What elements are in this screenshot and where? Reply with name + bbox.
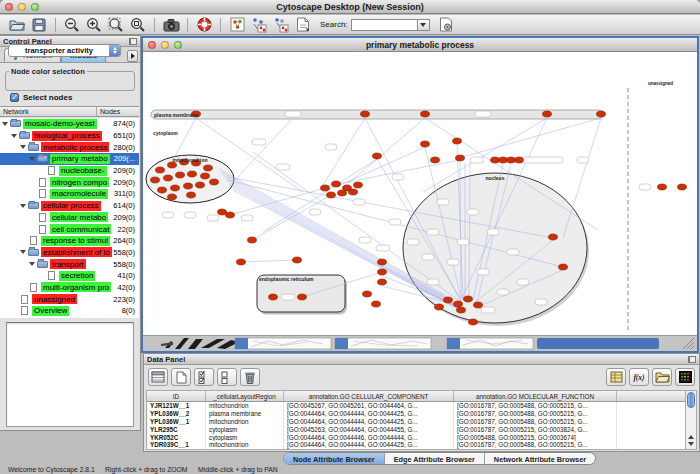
network-node[interactable] [204, 165, 213, 171]
network-node[interactable] [515, 157, 524, 163]
network-node[interactable] [332, 181, 341, 187]
network-node[interactable] [378, 269, 387, 275]
table-row[interactable]: YLR295Ccytoplasm[GO:0045263, GO:0044464,… [147, 426, 686, 434]
expand-arrow-icon[interactable] [29, 157, 35, 161]
titlebar[interactable]: Cytoscape Desktop (New Session) [0, 0, 700, 14]
vizmapper-icon[interactable] [292, 16, 314, 33]
tree-item[interactable]: biological_process651(0) [0, 130, 139, 142]
table-scrollbar[interactable] [685, 390, 697, 450]
network-node[interactable] [454, 301, 463, 307]
tree-item[interactable]: Overview8(0) [0, 305, 139, 317]
float-panel-icon[interactable] [129, 38, 137, 45]
search-input[interactable] [351, 19, 417, 31]
network-node[interactable] [158, 187, 167, 193]
open-session-icon[interactable] [6, 16, 28, 33]
network-node[interactable] [184, 183, 193, 189]
import-file-icon[interactable] [652, 368, 672, 386]
more-tabs-icon[interactable] [127, 50, 138, 62]
function-builder-icon[interactable]: f(x) [629, 368, 649, 386]
import-attribute-table-icon[interactable] [606, 368, 626, 386]
network-node[interactable] [321, 185, 330, 191]
zoom-out-icon[interactable] [61, 16, 83, 33]
network-node[interactable] [293, 257, 302, 263]
network-node[interactable] [491, 157, 500, 163]
create-attribute-icon[interactable] [171, 368, 191, 386]
scroll-up-icon[interactable] [688, 435, 694, 439]
table-row[interactable]: YPL036W__2plasma membrane[GO:0044464, GO… [147, 410, 686, 418]
heatmap-icon[interactable] [675, 368, 695, 386]
zoom-fit-icon[interactable] [127, 16, 149, 33]
network-node[interactable] [469, 319, 478, 325]
select-attributes-icon[interactable] [148, 368, 168, 386]
tree-item[interactable]: metabolic process280(0) [0, 141, 139, 153]
zoom-selected-icon[interactable] [105, 16, 127, 33]
network-node[interactable] [218, 209, 227, 215]
expand-arrow-icon[interactable] [20, 250, 26, 254]
tab-node-attribute-browser[interactable]: Node Attribute Browser [284, 453, 385, 464]
snapshot-camera-icon[interactable] [160, 16, 182, 33]
network-node[interactable] [549, 234, 558, 240]
search-dropdown-icon[interactable] [417, 19, 430, 31]
network-node[interactable] [164, 175, 173, 181]
tree-item[interactable]: nitrogen compo209(0) [0, 176, 139, 188]
column-header[interactable]: _cellularLayoutRegion [206, 391, 284, 401]
network-node[interactable] [363, 291, 372, 297]
dropdown-stepper-icon[interactable] [109, 44, 120, 57]
network-node[interactable] [327, 192, 336, 198]
network-node[interactable] [298, 294, 307, 300]
tree-item[interactable]: multi-organism pro42(0) [0, 282, 139, 294]
tree-item[interactable]: response to stimul264(0) [0, 235, 139, 247]
network-node[interactable] [176, 172, 185, 178]
scroll-down-icon[interactable] [688, 442, 694, 446]
network-node[interactable] [435, 304, 444, 310]
network-node[interactable] [453, 138, 462, 144]
network-node[interactable] [678, 184, 687, 190]
tree-item[interactable]: macromolecule311(0) [0, 188, 139, 200]
zoom-in-icon[interactable] [83, 16, 105, 33]
network-node[interactable] [658, 184, 667, 190]
tree-item[interactable]: secretion41(0) [0, 270, 139, 282]
birdseye-overview[interactable] [6, 322, 134, 427]
network-node[interactable] [171, 185, 180, 191]
tab-edge-attribute-browser[interactable]: Edge Attribute Browser [385, 453, 485, 464]
tree-item[interactable]: cellular process614(0) [0, 200, 139, 212]
node-color-dropdown[interactable]: transporter activity [8, 44, 121, 57]
network-node[interactable] [226, 212, 235, 218]
tree-item[interactable]: unassigned223(0) [0, 293, 139, 305]
search-config-icon[interactable] [435, 16, 457, 33]
network-node[interactable] [237, 259, 246, 265]
help-lifering-icon[interactable] [193, 16, 215, 33]
save-session-icon[interactable] [28, 16, 50, 33]
expand-arrow-icon[interactable] [29, 262, 35, 266]
column-header[interactable]: annotation.GO CELLULAR_COMPONENT [284, 391, 454, 401]
table-row[interactable]: YDR039C__1mitochondrion[GO:0044464, GO:0… [147, 441, 686, 449]
network-node[interactable] [421, 141, 430, 147]
tree-item[interactable]: mosaic-demo-yeast874(0) [0, 118, 139, 130]
network-node[interactable] [201, 173, 210, 179]
network-node[interactable] [421, 111, 430, 117]
expand-arrow-icon[interactable] [20, 145, 26, 149]
table-row[interactable]: YPL036W__1mitochondrion[GO:0044464, GO:0… [147, 418, 686, 426]
network-node[interactable] [474, 302, 483, 308]
layout-selected-icon[interactable] [270, 16, 292, 33]
network-node[interactable] [543, 111, 552, 117]
network-node[interactable] [210, 179, 219, 185]
network-node[interactable] [361, 111, 370, 117]
expand-arrow-icon[interactable] [2, 122, 8, 126]
network-node[interactable] [187, 192, 196, 198]
network-node[interactable] [378, 259, 387, 265]
tree-item[interactable]: cell communicat22(0) [0, 223, 139, 235]
network-node[interactable] [269, 294, 278, 300]
network-node[interactable] [464, 296, 473, 302]
tree-item[interactable]: transport558(0) [0, 258, 139, 270]
network-node[interactable] [168, 194, 177, 200]
network-node[interactable] [372, 301, 381, 307]
unselect-all-attributes-icon[interactable] [217, 368, 237, 386]
float-panel-icon[interactable] [688, 356, 696, 363]
table-row[interactable]: YKR052Ccytoplasm[GO:0044464, GO:0044446,… [147, 434, 686, 442]
network-node[interactable] [354, 182, 363, 188]
network-node[interactable] [338, 190, 347, 196]
expand-arrow-icon[interactable] [11, 134, 17, 138]
network-node[interactable] [196, 182, 205, 188]
network-node[interactable] [349, 189, 358, 195]
